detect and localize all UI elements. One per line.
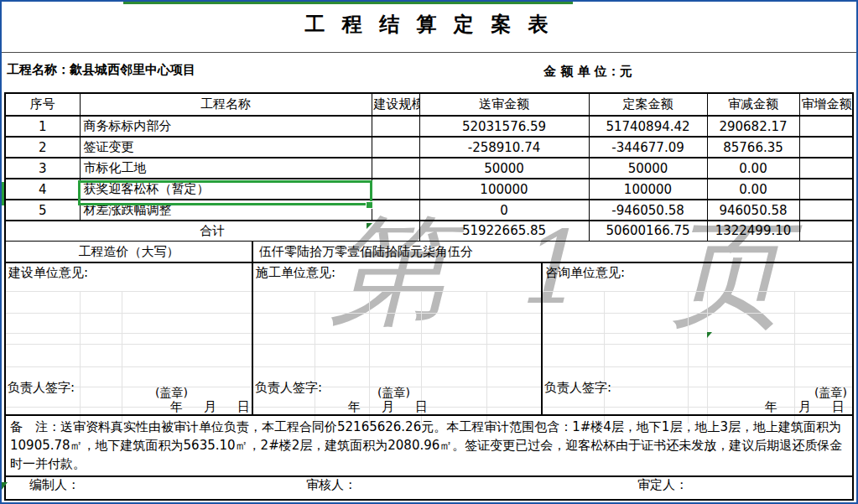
cell-name[interactable]: 签证变更 xyxy=(80,137,372,158)
cell-scale[interactable] xyxy=(372,158,419,179)
cell-total-submitted[interactable]: 51922665.85 xyxy=(419,221,589,241)
table-header-row: 序号 工程名称 建设规模 送审金额 定案金额 审减金额 审增金额 xyxy=(6,94,852,116)
col-header-scale[interactable]: 建设规模 xyxy=(372,94,419,116)
cell-finalized[interactable]: -946050.58 xyxy=(589,200,707,221)
opinion-section-construction-owner[interactable]: 建设单位意见: 负责人签字: (盖章) 年 月 日 xyxy=(6,263,253,414)
sign-label: 负责人签字: xyxy=(255,380,322,396)
amount-in-words-value[interactable]: 伍仟零陆拾万零壹佰陆拾陆元柒角伍分 xyxy=(253,242,852,262)
amount-in-words-label[interactable]: 工程造价（大写） xyxy=(6,242,253,262)
fill-handle[interactable] xyxy=(366,201,373,209)
amount-in-words-band: 工程造价（大写） 伍仟零陆拾万零壹佰陆拾陆元柒角伍分 xyxy=(6,242,852,263)
cell-increased[interactable] xyxy=(799,116,852,137)
cell-reduced[interactable]: 0.00 xyxy=(707,179,799,200)
divider xyxy=(2,52,856,53)
cell-scale[interactable] xyxy=(372,200,419,221)
cell-reduced[interactable]: 946050.58 xyxy=(707,200,799,221)
cell-submitted[interactable]: 0 xyxy=(419,200,589,221)
reviewer-label[interactable]: 审核人： xyxy=(306,477,356,493)
table-total-row: 合计 51922665.85 50600166.75 1322499.10 xyxy=(6,221,852,241)
cell-increased[interactable] xyxy=(799,158,852,179)
opinion-label: 建设单位意见: xyxy=(8,265,88,281)
cell-name[interactable]: 商务标标内部分 xyxy=(80,116,372,137)
signers-row: 编制人： 审核人： 审定人： xyxy=(6,477,852,490)
spreadsheet-print-view: 第 1 页 工 程 结 算 定 案 表 工程名称：歙县城西邻里中心项目 金 额 … xyxy=(0,0,858,504)
remark-cell[interactable]: 备 注：送审资料真实性由被审计单位负责，本工程合同价52165626.26元。本… xyxy=(6,416,852,477)
date-label: 年 月 日 xyxy=(348,399,432,415)
cell-submitted[interactable]: -258910.74 xyxy=(419,137,589,158)
settlement-table: 序号 工程名称 建设规模 送审金额 定案金额 审减金额 审增金额 1 商务标标内… xyxy=(6,94,852,242)
cell-no[interactable]: 2 xyxy=(6,137,80,158)
cell-name[interactable]: 市标化工地 xyxy=(80,158,372,179)
top-green-strip xyxy=(123,2,573,4)
cell-no[interactable]: 4 xyxy=(6,179,80,200)
date-label: 年 月 日 xyxy=(765,399,849,415)
cell-total-label[interactable]: 合计 xyxy=(6,221,419,241)
preparer-label[interactable]: 编制人： xyxy=(29,477,80,493)
opinion-section-contractor[interactable]: 施工单位意见: 负责人签字: (盖章) 年 月 日 xyxy=(253,263,543,414)
cell-scale[interactable] xyxy=(372,116,419,137)
cell-increased[interactable] xyxy=(799,137,852,158)
opinion-label: 咨询单位意见: xyxy=(545,265,625,281)
cell-reduced[interactable]: 85766.35 xyxy=(707,137,799,158)
page-break-marker-icon xyxy=(707,332,712,338)
remark-label: 备 注： xyxy=(10,419,60,434)
approver-label[interactable]: 审定人： xyxy=(637,477,688,493)
active-cell-selection[interactable] xyxy=(78,180,372,205)
cell-no[interactable]: 3 xyxy=(6,158,80,179)
remark-text: 送审资料真实性由被审计单位负责，本工程合同价52165626.26元。本工程审计… xyxy=(10,419,842,471)
sign-label: 负责人签字: xyxy=(544,380,611,396)
settlement-sheet: 序号 工程名称 建设规模 送审金额 定案金额 审减金额 审增金额 1 商务标标内… xyxy=(4,92,854,501)
col-header-no[interactable]: 序号 xyxy=(6,94,80,116)
cell-increased[interactable] xyxy=(799,179,852,200)
col-header-name[interactable]: 工程名称 xyxy=(80,94,372,116)
cell-submitted[interactable]: 100000 xyxy=(419,179,589,200)
cell-finalized[interactable]: 51740894.42 xyxy=(589,116,707,137)
cell-reduced[interactable]: 290682.17 xyxy=(707,116,799,137)
col-header-reduced[interactable]: 审减金额 xyxy=(707,94,799,116)
sign-label: 负责人签字: xyxy=(8,380,75,396)
cell-total-increased[interactable] xyxy=(799,221,852,241)
row-selection-indicator xyxy=(2,182,4,205)
cell-total-reduced[interactable]: 1322499.10 xyxy=(707,221,799,241)
cell-no[interactable]: 1 xyxy=(6,116,80,137)
col-header-increased[interactable]: 审增金额 xyxy=(799,94,852,116)
cell-submitted[interactable]: 52031576.59 xyxy=(419,116,589,137)
col-header-finalized[interactable]: 定案金额 xyxy=(589,94,707,116)
page-break-marker-icon xyxy=(2,482,8,490)
table-row: 1 商务标标内部分 52031576.59 51740894.42 290682… xyxy=(6,116,852,137)
col-header-submitted[interactable]: 送审金额 xyxy=(419,94,589,116)
opinion-section-consultant[interactable]: 咨询单位意见: 负责人签字: (盖章) 年 月 日 xyxy=(543,263,852,414)
cell-increased[interactable] xyxy=(799,200,852,221)
cell-scale[interactable] xyxy=(372,179,419,200)
opinions-band: 建设单位意见: 负责人签字: (盖章) 年 月 日 施工单位意见: 负责人签字:… xyxy=(6,263,852,416)
cell-scale[interactable] xyxy=(372,137,419,158)
amount-unit-label: 金 额 单 位：元 xyxy=(543,64,632,80)
cell-finalized[interactable]: 100000 xyxy=(589,179,707,200)
table-row: 3 市标化工地 50000 50000 0.00 xyxy=(6,158,852,179)
table-row: 2 签证变更 -258910.74 -344677.09 85766.35 xyxy=(6,137,852,158)
cell-no[interactable]: 5 xyxy=(6,200,80,221)
cell-finalized[interactable]: -344677.09 xyxy=(589,137,707,158)
cell-total-finalized[interactable]: 50600166.75 xyxy=(589,221,707,241)
project-name-cell[interactable]: 工程名称：歙县城西邻里中心项目 xyxy=(7,62,195,78)
cell-submitted[interactable]: 50000 xyxy=(419,158,589,179)
cell-reduced[interactable]: 0.00 xyxy=(707,158,799,179)
opinion-label: 施工单位意见: xyxy=(256,265,335,281)
page-title: 工 程 结 算 定 案 表 xyxy=(0,11,858,38)
cell-finalized[interactable]: 50000 xyxy=(589,158,707,179)
date-label: 年 月 日 xyxy=(170,399,254,415)
page-break-marker-icon xyxy=(367,223,372,229)
